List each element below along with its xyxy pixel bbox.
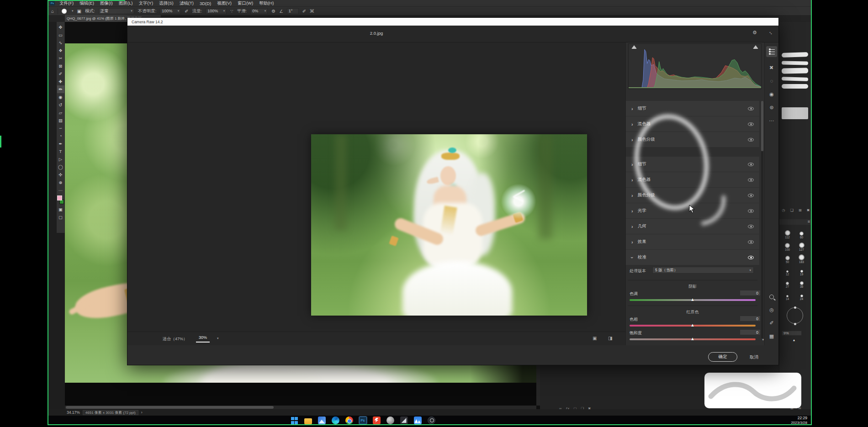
dark-app-icon[interactable] xyxy=(400,416,408,424)
taskbar-clock[interactable]: 22:29 2023/3/28 xyxy=(791,416,807,425)
shape-tool[interactable]: ◯ xyxy=(57,163,64,171)
brush-preset[interactable]: 24 xyxy=(794,289,809,300)
camera-raw-preview-area[interactable] xyxy=(127,42,625,332)
brush-texture-thumb[interactable] xyxy=(782,107,808,119)
foreground-color-swatch[interactable] xyxy=(57,195,62,200)
zoom-fit-label[interactable]: 适合（47%） xyxy=(163,336,187,342)
start-button[interactable] xyxy=(291,416,298,424)
tint-slider-thumb[interactable]: ▲ xyxy=(690,297,695,302)
visibility-eye-icon[interactable] xyxy=(748,194,754,197)
thunder-app-icon[interactable] xyxy=(373,416,381,424)
home-icon[interactable]: ⌂ xyxy=(51,9,54,14)
pen-tool[interactable]: ✒ xyxy=(57,140,64,148)
quick-select-tool[interactable]: ❖ xyxy=(57,47,64,54)
hue-slider[interactable]: ▲ xyxy=(630,325,756,327)
brush-preset[interactable]: 35 xyxy=(794,277,809,288)
fullscreen-toggle-icon[interactable]: ↔ xyxy=(767,29,775,36)
histogram[interactable] xyxy=(628,43,762,89)
process-version-select[interactable]: 5 版（当前）▾ xyxy=(652,267,754,274)
camera-raw-title-bar[interactable]: Camera Raw 14.2 xyxy=(127,18,778,26)
opacity-select[interactable]: 100%▾ xyxy=(160,8,181,14)
obs-app-icon[interactable] xyxy=(428,416,435,424)
zoom-tool[interactable]: ⊕ xyxy=(57,179,64,186)
new-brush-icon[interactable]: ⊞ xyxy=(799,208,802,212)
visibility-eye-icon[interactable] xyxy=(748,107,754,111)
ok-button[interactable]: 确定 xyxy=(708,352,737,362)
scroll-down-icon[interactable]: ▾ xyxy=(762,338,764,342)
brush-preset[interactable]: 27 xyxy=(780,277,794,288)
brush-tool[interactable]: ✏ xyxy=(57,85,64,93)
healing-tool[interactable]: ✚ xyxy=(57,78,64,85)
smoothing-select[interactable]: 0%▾ xyxy=(250,8,268,14)
grid-overlay-icon[interactable]: ▦ xyxy=(769,333,774,339)
healing-tool-icon[interactable]: ✚ xyxy=(768,64,775,71)
quick-mask-button[interactable]: ▣ xyxy=(57,206,64,213)
tint-slider[interactable]: ▲ xyxy=(630,299,756,301)
chrome-browser-icon[interactable] xyxy=(345,416,353,424)
history-brush-tool[interactable]: ↺ xyxy=(57,101,64,109)
brush-preset-dropdown-icon[interactable]: ▾ xyxy=(72,9,74,13)
brush-preset[interactable]: 14 xyxy=(780,289,794,300)
airbrush-icon[interactable]: ∵ xyxy=(230,9,233,14)
brush-stroke-thumb[interactable] xyxy=(782,52,808,58)
path-select-tool[interactable]: ▷ xyxy=(57,155,64,163)
brush-preset[interactable]: 183 xyxy=(794,252,809,264)
clone-stamp-tool[interactable]: ◉ xyxy=(57,93,64,101)
brush-preset[interactable]: 112 xyxy=(780,227,794,239)
section-detail[interactable]: ›细节 xyxy=(626,101,759,116)
brush-stroke-thumb[interactable] xyxy=(782,68,808,74)
visibility-eye-icon[interactable] xyxy=(748,209,754,213)
menu-file[interactable]: 文件(F) xyxy=(59,0,74,6)
brush-preset[interactable]: 127 xyxy=(794,240,809,251)
panel-menu-icon[interactable]: ≡ xyxy=(808,219,810,224)
blue-app-icon[interactable] xyxy=(414,416,422,424)
visibility-eye-icon[interactable] xyxy=(748,122,754,126)
menu-select[interactable]: 选择(S) xyxy=(159,0,174,6)
delete-icon[interactable]: ✖ xyxy=(807,208,810,212)
saturation-slider[interactable]: ▲ xyxy=(630,338,756,340)
marquee-tool[interactable]: ▭ xyxy=(57,31,64,39)
brush-stroke-thumb[interactable] xyxy=(782,61,808,65)
single-view-icon[interactable]: ▣ xyxy=(593,336,597,341)
status-zoom[interactable]: 34.17% xyxy=(67,410,80,415)
frame-tool[interactable]: ⊠ xyxy=(57,62,64,70)
menu-edit[interactable]: 编辑(E) xyxy=(79,0,94,6)
menu-filter[interactable]: 滤镜(T) xyxy=(180,0,194,6)
toolbar-more-icon[interactable]: ⋯ xyxy=(57,186,64,194)
visibility-eye-icon[interactable] xyxy=(748,225,754,228)
preview-photo[interactable] xyxy=(311,134,587,316)
menu-image[interactable]: 图像(I) xyxy=(100,0,113,6)
brush-preset[interactable]: 12 xyxy=(780,264,794,276)
menu-window[interactable]: 窗口(W) xyxy=(238,0,253,6)
smoothing-gear-icon[interactable]: ⚙ xyxy=(271,9,275,14)
smudge-tool[interactable]: ∽ xyxy=(57,124,64,132)
new-group-icon[interactable]: ❏ xyxy=(790,208,794,212)
crop-tool[interactable]: ✂ xyxy=(57,54,64,62)
horizontal-scrollbar[interactable] xyxy=(65,406,536,409)
mode-select[interactable]: 正常▾ xyxy=(99,8,134,14)
zoom-level-value[interactable]: 30% xyxy=(196,335,210,343)
menu-help[interactable]: 帮助(H) xyxy=(259,0,274,6)
settings-gear-icon[interactable]: ⚙ xyxy=(752,30,757,36)
angle-input[interactable]: 1° xyxy=(287,8,299,14)
photos-app-icon[interactable] xyxy=(318,416,326,424)
brush-spacing-value[interactable]: 9% xyxy=(782,331,802,336)
pressure-opacity-icon[interactable]: ✐ xyxy=(185,9,188,14)
tint-value[interactable]: 0 xyxy=(740,290,761,296)
eyedropper-tool[interactable]: ✐ xyxy=(57,70,64,78)
gray-app-icon[interactable] xyxy=(386,416,394,424)
color-swatches[interactable] xyxy=(57,195,64,206)
lasso-tool[interactable]: ∿ xyxy=(57,39,64,47)
move-tool[interactable]: ✥ xyxy=(57,23,64,31)
brush-panel-toggle-icon[interactable]: ▣ xyxy=(77,9,81,14)
dodge-tool[interactable]: ◔ xyxy=(57,132,64,140)
symmetry-icon[interactable]: Ж xyxy=(310,9,314,14)
gradient-tool[interactable]: ▨ xyxy=(57,116,64,124)
brush-preset-icon[interactable] xyxy=(62,9,67,14)
masking-tool-icon[interactable]: ◌ xyxy=(770,78,773,84)
more-options-icon[interactable]: ⋯ xyxy=(769,118,774,123)
visibility-eye-icon[interactable] xyxy=(748,178,754,182)
edit-tool-button[interactable] xyxy=(766,46,777,57)
cancel-button[interactable]: 取消 xyxy=(750,354,758,360)
hand-tool[interactable]: ✣ xyxy=(57,171,64,179)
